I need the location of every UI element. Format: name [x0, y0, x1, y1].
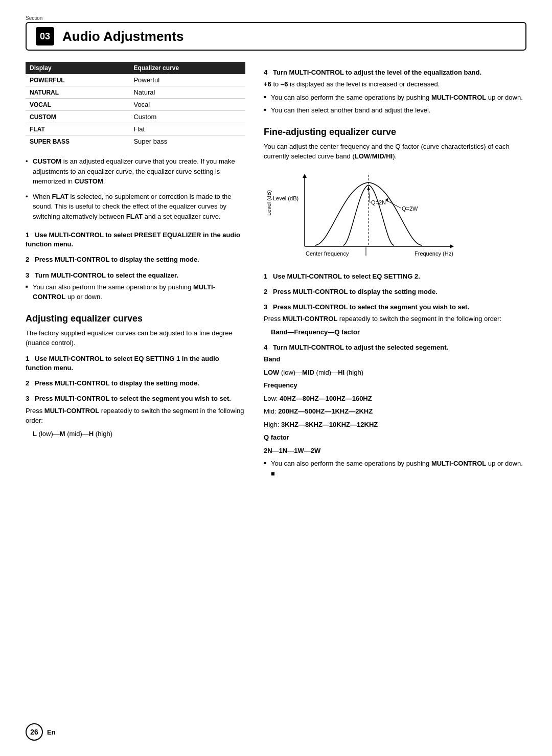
- step-3-heading: 3 Turn MULTI-CONTROL to select the equal…: [26, 271, 245, 280]
- fine-intro: You can adjust the center frequency and …: [264, 142, 526, 162]
- fine-step-3-heading: 3 Press MULTI-CONTROL to select the segm…: [264, 303, 526, 312]
- fine-step-4-heading: 4 Turn MULTI-CONTROL to adjust the selec…: [264, 343, 526, 352]
- adj-step-2-heading: 2 Press MULTI-CONTROL to display the set…: [26, 379, 245, 388]
- fine-step-2-heading: 2 Press MULTI-CONTROL to display the set…: [264, 287, 526, 296]
- fine-title: Fine-adjusting equalizer curve: [264, 127, 526, 138]
- adj-step-3-heading: 3 Press MULTI-CONTROL to select the segm…: [26, 394, 245, 403]
- section-number: 03: [36, 27, 54, 45]
- table-cell-display: SUPER BASS: [26, 135, 129, 148]
- adjusting-intro: The factory supplied equalizer curves ca…: [26, 328, 245, 348]
- table-cell-curve: Super bass: [129, 135, 245, 148]
- fine-q-values: 2N—1N—1W—2W: [264, 446, 526, 456]
- svg-text:Level (dB): Level (dB): [273, 195, 298, 201]
- svg-text:Center frequency: Center frequency: [306, 250, 349, 257]
- right-note-4b: You can then select another band and adj…: [264, 105, 526, 116]
- fine-freq-high: High: 3KHZ—8KHZ—10KHZ—12KHZ: [264, 420, 526, 430]
- section-header: 03 Audio Adjustments: [26, 22, 526, 51]
- fine-band-values: LOW (low)—MID (mid)—HI (high): [264, 368, 526, 378]
- section-title: Audio Adjustments: [62, 29, 183, 44]
- table-cell-curve: Flat: [129, 123, 245, 135]
- table-cell-display: CUSTOM: [26, 111, 129, 123]
- svg-marker-13: [367, 187, 370, 190]
- fine-step-3-body: Press MULTI-CONTROL repeatedly to switch…: [264, 314, 526, 324]
- fine-freq-low: Low: 40HZ—80HZ—100HZ—160HZ: [264, 394, 526, 404]
- table-header-display: Display: [26, 62, 129, 74]
- fine-q-label: Q factor: [264, 432, 526, 443]
- svg-text:Q=2W: Q=2W: [402, 205, 418, 212]
- table-cell-curve: Custom: [129, 111, 245, 123]
- fine-step-1-heading: 1 Use MULTI-CONTROL to select EQ SETTING…: [264, 272, 526, 281]
- table-header-curve: Equalizer curve: [129, 62, 245, 74]
- fine-band-label: Band: [264, 354, 526, 364]
- eq-chart-svg: Level (dB) Level (dB) Center frequency F…: [264, 170, 458, 262]
- table-row: CUSTOM Custom: [26, 111, 245, 123]
- right-step-4-heading: 4 Turn MULTI-CONTROL to adjust the level…: [264, 68, 526, 77]
- fine-step-3-order: Band—Frequency—Q factor: [271, 327, 526, 337]
- table-cell-curve: Vocal: [129, 99, 245, 111]
- note-step3: You can also perform the same operations…: [26, 282, 245, 302]
- svg-text:Q=2N: Q=2N: [371, 199, 386, 205]
- bullet-list: CUSTOM is an adjusted equalizer curve th…: [26, 156, 245, 221]
- table-row: POWERFUL Powerful: [26, 74, 245, 86]
- section-label: Section: [26, 15, 526, 21]
- left-column: Display Equalizer curve POWERFUL Powerfu…: [26, 62, 245, 482]
- right-note-4a: You can also perform the same operations…: [264, 93, 526, 103]
- fine-note-final: You can also perform the same operations…: [264, 459, 526, 478]
- adj-step-3-order: L (low)—M (mid)—H (high): [33, 429, 245, 439]
- step-2-heading: 2 Press MULTI-CONTROL to display the set…: [26, 255, 245, 264]
- bullet-item-flat: When FLAT is selected, no supplement or …: [26, 192, 245, 222]
- content-area: Display Equalizer curve POWERFUL Powerfu…: [26, 62, 526, 482]
- svg-text:Level (dB): Level (dB): [266, 190, 272, 216]
- equalizer-table: Display Equalizer curve POWERFUL Powerfu…: [26, 62, 245, 147]
- table-row: VOCAL Vocal: [26, 99, 245, 111]
- page: Section 03 Audio Adjustments Display Equ…: [0, 0, 552, 756]
- bullet-item-custom: CUSTOM is an adjusted equalizer curve th…: [26, 156, 245, 187]
- table-cell-curve: Natural: [129, 86, 245, 99]
- right-step-4-body: +6 to –6 is displayed as the level is in…: [264, 79, 526, 89]
- table-cell-display: VOCAL: [26, 99, 129, 111]
- page-lang: En: [47, 728, 56, 736]
- adj-step-1-heading: 1 Use MULTI-CONTROL to select EQ SETTING…: [26, 354, 245, 373]
- svg-marker-1: [303, 174, 307, 178]
- eq-diagram: Level (dB) Level (dB) Center frequency F…: [264, 170, 526, 262]
- table-row: NATURAL Natural: [26, 86, 245, 99]
- svg-line-14: [386, 200, 401, 208]
- adj-step-3-body: Press MULTI-CONTROL repeatedly to switch…: [26, 406, 245, 426]
- right-column: 4 Turn MULTI-CONTROL to adjust the level…: [264, 62, 526, 482]
- table-cell-display: NATURAL: [26, 86, 129, 99]
- table-cell-curve: Powerful: [129, 74, 245, 86]
- svg-text:Frequency (Hz): Frequency (Hz): [415, 250, 453, 257]
- table-row: FLAT Flat: [26, 123, 245, 135]
- svg-marker-3: [450, 244, 454, 248]
- table-row: SUPER BASS Super bass: [26, 135, 245, 148]
- table-cell-display: FLAT: [26, 123, 129, 135]
- page-number: 26: [26, 723, 43, 741]
- fine-freq-mid: Mid: 200HZ—500HZ—1KHZ—2KHZ: [264, 406, 526, 417]
- step-1-heading: 1 Use MULTI-CONTROL to select PRESET EQU…: [26, 231, 245, 249]
- adjusting-title: Adjusting equalizer curves: [26, 313, 245, 324]
- table-cell-display: POWERFUL: [26, 74, 129, 86]
- page-footer: 26 En: [26, 723, 526, 741]
- fine-freq-label: Frequency: [264, 380, 526, 391]
